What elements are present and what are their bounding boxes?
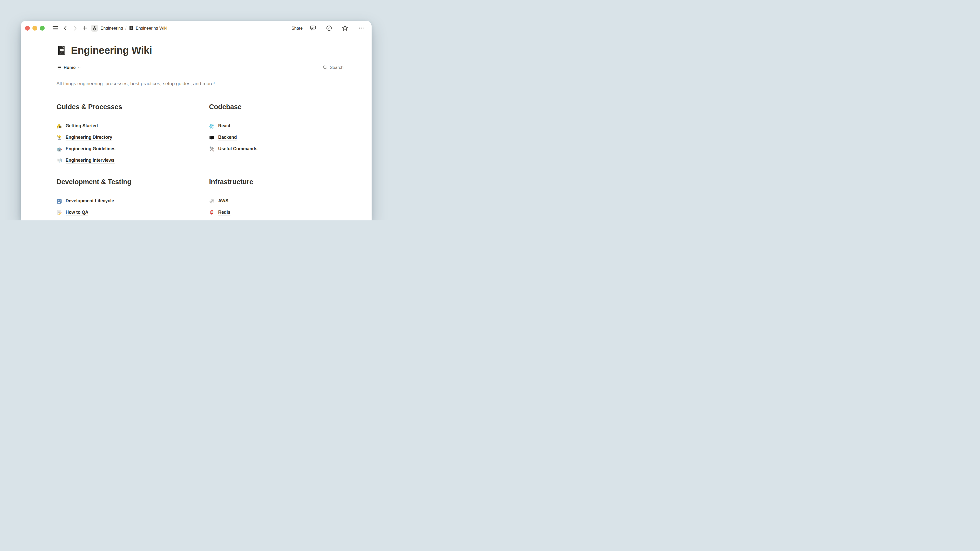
- section-title[interactable]: Development & Testing: [56, 178, 190, 192]
- section-title[interactable]: Infrastructure: [209, 178, 343, 192]
- page-description[interactable]: All things engineering: processes, best …: [56, 81, 344, 87]
- breadcrumb-page[interactable]: Engineering Wiki: [136, 26, 167, 30]
- notion-window: Engineering / Engineering Wiki Share: [21, 21, 372, 221]
- chevron-right-icon: [72, 25, 78, 31]
- page-link-engineering-guidelines[interactable]: Engineering Guidelines: [56, 143, 190, 155]
- more-options-button[interactable]: [357, 24, 365, 32]
- desktop-computer-emoji: [209, 135, 215, 141]
- section-infrastructure: Infrastructure: [209, 178, 343, 218]
- section-guides-processes: Guides & Processes: [56, 103, 190, 166]
- page-link-label: Useful Commands: [218, 146, 258, 152]
- page-link-engineering-directory[interactable]: Engineering Directory: [56, 132, 190, 143]
- close-button[interactable]: [25, 26, 30, 30]
- section-title[interactable]: Codebase: [209, 103, 343, 118]
- page-link-how-to-qa[interactable]: How to QA: [56, 207, 190, 218]
- section-development-testing: Development & Testing Devel: [56, 178, 190, 218]
- chevron-left-icon: [62, 25, 68, 31]
- ellipsis-icon: [358, 25, 364, 32]
- search-label: Search: [330, 65, 344, 70]
- page-title[interactable]: Engineering Wiki: [71, 44, 152, 56]
- updates-button[interactable]: [325, 24, 333, 32]
- page-link-backend[interactable]: Backend: [209, 132, 343, 143]
- page-link-label: How to QA: [65, 210, 88, 216]
- view-tabs-row: Home Search: [56, 65, 344, 74]
- page-link-react[interactable]: React: [209, 121, 343, 132]
- teamspace-icon-chip[interactable]: [91, 25, 98, 32]
- new-page-button[interactable]: [81, 24, 89, 32]
- tab-home-label: Home: [64, 65, 76, 70]
- breadcrumb: Engineering / Engineering Wiki: [100, 26, 167, 30]
- list-view-icon: [56, 65, 62, 70]
- react-logo-icon: [209, 124, 215, 129]
- page-title-row: Engineering Wiki: [56, 44, 344, 56]
- section-title[interactable]: Guides & Processes: [56, 103, 190, 118]
- notebook-emoji: [56, 45, 67, 56]
- plus-icon: [82, 25, 88, 31]
- page-link-label: React: [218, 123, 231, 129]
- tractor-emoji: [56, 124, 62, 129]
- page-link-label: Development Lifecycle: [65, 198, 114, 204]
- page-link-label: Backend: [218, 135, 237, 141]
- sections-grid: Guides & Processes: [56, 103, 344, 218]
- comment-bubble-icon: [310, 25, 316, 32]
- page-content: Engineering Wiki Home: [21, 44, 372, 218]
- favorite-button[interactable]: [341, 24, 349, 32]
- chevron-down-icon: [78, 66, 81, 69]
- spider-web-emoji: [209, 198, 215, 204]
- hamburger-menu-icon: [52, 25, 59, 32]
- section-codebase: Codebase: [209, 103, 343, 155]
- robot-emoji: [56, 146, 62, 152]
- stacked-layers-icon: [92, 26, 97, 30]
- back-button[interactable]: [62, 24, 69, 32]
- open-book-emoji: [56, 158, 62, 164]
- page-link-label: Redis: [218, 210, 231, 216]
- page-link-useful-commands[interactable]: Useful Commands: [209, 143, 343, 155]
- page-link-label: Engineering Directory: [65, 135, 112, 141]
- hammer-wrench-emoji: [209, 146, 215, 152]
- search-button[interactable]: Search: [323, 65, 344, 70]
- star-icon: [342, 25, 348, 32]
- page-link-aws[interactable]: AWS: [209, 195, 343, 207]
- page-link-label: Getting Started: [65, 123, 98, 129]
- counterclockwise-arrows-emoji: [56, 198, 62, 204]
- page-link-development-lifecycle[interactable]: Development Lifecycle: [56, 195, 190, 207]
- tab-home[interactable]: Home: [56, 65, 81, 70]
- memo-emoji: [56, 210, 62, 216]
- comments-button[interactable]: [309, 24, 317, 32]
- toolbar: Engineering / Engineering Wiki Share: [21, 21, 372, 35]
- page-link-redis[interactable]: Redis: [209, 207, 343, 218]
- page-link-label: AWS: [218, 198, 228, 204]
- page-link-label: Engineering Interviews: [65, 158, 115, 164]
- notebook-emoji: [129, 26, 134, 30]
- clock-icon: [326, 25, 332, 32]
- sidebar-toggle-button[interactable]: [51, 24, 59, 32]
- page-link-label: Engineering Guidelines: [65, 146, 115, 152]
- search-icon: [323, 65, 328, 70]
- toolbar-right: Share: [291, 24, 365, 32]
- postbox-emoji: [209, 210, 215, 216]
- breadcrumb-teamspace[interactable]: Engineering: [100, 26, 123, 30]
- person-raising-hand-emoji: [56, 135, 62, 141]
- minimize-button[interactable]: [32, 26, 37, 30]
- share-button[interactable]: Share: [291, 26, 303, 30]
- traffic-lights: [25, 26, 45, 30]
- zoom-button[interactable]: [40, 26, 45, 30]
- forward-button[interactable]: [71, 24, 79, 32]
- page-link-engineering-interviews[interactable]: Engineering Interviews: [56, 155, 190, 166]
- page-link-getting-started[interactable]: Getting Started: [56, 121, 190, 132]
- breadcrumb-separator: /: [125, 26, 127, 30]
